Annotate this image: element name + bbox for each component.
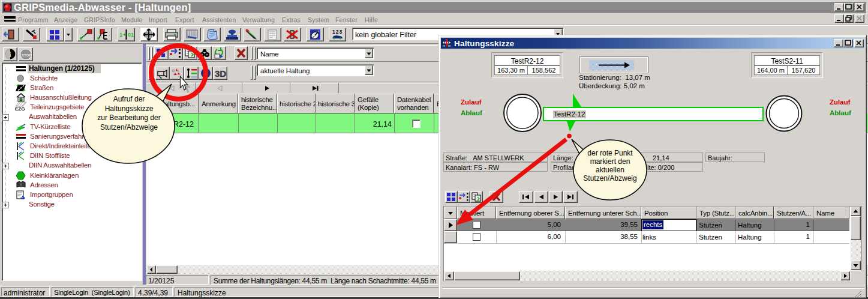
- svg-text:1: 1: [119, 32, 122, 38]
- svg-text:i: i: [9, 50, 11, 59]
- svg-text:01: 01: [128, 32, 134, 38]
- svg-text:3D: 3D: [215, 68, 226, 79]
- svg-text:123: 123: [332, 29, 343, 35]
- svg-text:+: +: [123, 32, 126, 38]
- svg-text:STOP: STOP: [22, 53, 31, 57]
- svg-text:EZG: EZG: [15, 106, 25, 111]
